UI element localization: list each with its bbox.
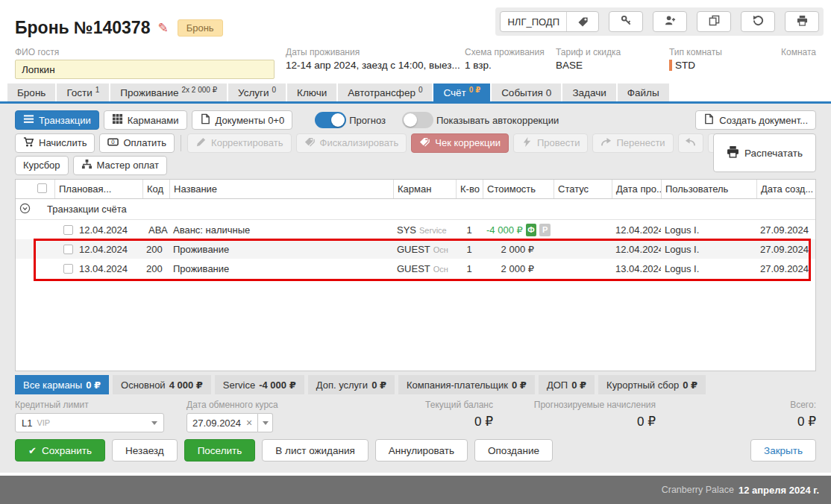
- tab-bron[interactable]: Бронь: [7, 84, 55, 101]
- tab-tasks[interactable]: Задачи: [562, 84, 615, 101]
- collapse-group-icon[interactable]: [19, 203, 31, 216]
- correct-button[interactable]: Корректировать: [187, 133, 291, 153]
- print-button[interactable]: [785, 11, 819, 32]
- col-cost[interactable]: Стоимость: [483, 180, 554, 198]
- col-code[interactable]: Код: [142, 180, 169, 198]
- pocket-resort-fee[interactable]: Курортный сбор0 ₽: [598, 375, 706, 394]
- view-transactions-button[interactable]: Транзакции: [15, 110, 99, 130]
- col-user[interactable]: Пользователь: [661, 180, 756, 198]
- col-status[interactable]: Статус: [554, 180, 612, 198]
- edit-icon[interactable]: ✎: [157, 20, 168, 35]
- cell-pocket-sub: Осн: [433, 265, 448, 274]
- stay-dates-value: 12-14 апр 2024, заезд с 14:00, выез...: [286, 60, 465, 71]
- key-icon: [621, 15, 632, 28]
- pocket-main[interactable]: Основной4 000 ₽: [113, 375, 211, 394]
- transfer-button[interactable]: Перенести: [592, 133, 673, 153]
- pocket-service[interactable]: Service-4 000 ₽: [215, 375, 304, 394]
- booking-info-row: ФИО гостя Даты проживания 12-14 апр 2024…: [0, 45, 831, 84]
- charge-button[interactable]: Начислить: [15, 133, 95, 153]
- account-summary: Кредитный лимит L1 VIP Дата обменного ку…: [15, 400, 816, 432]
- tab-account[interactable]: Счёт0 ₽: [433, 84, 490, 101]
- tab-keys[interactable]: Ключи: [287, 84, 336, 101]
- table-row[interactable]: 12.04.2024 200 Проживание GUESTОсн 1 2 0…: [16, 239, 815, 259]
- guest-field: ФИО гостя: [15, 45, 286, 84]
- credit-limit-select[interactable]: L1 VIP: [15, 413, 164, 432]
- col-op-date[interactable]: Дата про...: [612, 180, 661, 198]
- tab-transfer[interactable]: Автотрансфер0: [338, 84, 432, 101]
- exchange-date-field: Дата обменного курса 27.09.2024×: [186, 400, 278, 432]
- noshow-button[interactable]: Незаезд: [112, 439, 178, 462]
- nlg-tag-button[interactable]: НЛГ_ПОДП: [500, 11, 599, 32]
- tab-guests[interactable]: Гости1: [57, 84, 109, 101]
- room-type-value: STD: [675, 60, 695, 71]
- waitlist-button[interactable]: В лист ожидания: [262, 439, 368, 462]
- col-planned-date[interactable]: Плановая...: [54, 180, 142, 198]
- cell-code: 200: [146, 263, 163, 274]
- row-checkbox[interactable]: [63, 264, 73, 274]
- cell-pocket: GUEST: [397, 244, 430, 255]
- pocket-payer-company[interactable]: Компания-плательщик0 ₽: [398, 375, 535, 394]
- clear-date-icon[interactable]: ×: [246, 417, 252, 429]
- date-dropdown-button[interactable]: [258, 413, 273, 432]
- nlg-label[interactable]: НЛГ_ПОДП: [501, 12, 567, 31]
- tab-services[interactable]: Услуги0: [228, 84, 286, 101]
- payment-master-button[interactable]: Мастер оплат: [73, 156, 167, 175]
- group-row-account-transactions[interactable]: Транзакции счёта: [16, 199, 815, 220]
- close-button[interactable]: Закрыть: [750, 439, 816, 462]
- exchange-date-label: Дата обменного курса: [186, 400, 278, 410]
- select-all-checkbox[interactable]: [37, 183, 47, 193]
- cell-user: Logus I.: [661, 244, 756, 255]
- pocket-dop[interactable]: ДОП0 ₽: [539, 375, 595, 394]
- print-transactions-button[interactable]: Распечатать: [713, 133, 816, 172]
- cell-qty: 1: [456, 263, 483, 274]
- autocorrections-toggle[interactable]: [402, 112, 433, 128]
- kursbor-button[interactable]: Курсбор: [15, 156, 69, 175]
- forecast-toggle[interactable]: [315, 112, 346, 128]
- table-row[interactable]: 12.04.2024 АВА Аванс: наличные SYSServic…: [16, 220, 815, 239]
- row-checkbox[interactable]: [63, 245, 73, 254]
- row-checkbox[interactable]: [63, 225, 73, 235]
- tab-events[interactable]: События0: [492, 84, 561, 101]
- list-icon: [23, 113, 34, 127]
- fiscalize-button[interactable]: Фискализировать: [296, 133, 407, 153]
- save-button[interactable]: ✔Сохранить: [15, 439, 105, 462]
- add-guest-button[interactable]: [653, 11, 687, 32]
- col-pocket[interactable]: Карман: [393, 180, 456, 198]
- document-icon: [200, 113, 211, 127]
- col-created[interactable]: Дата созд...: [756, 180, 815, 198]
- guest-name-input[interactable]: [15, 60, 275, 79]
- copy-button[interactable]: [697, 11, 731, 32]
- annul-button[interactable]: Аннулировать: [375, 439, 468, 462]
- stay-dates-field: Даты проживания 12-14 апр 2024, заезд с …: [286, 45, 465, 84]
- chevron-down-icon: [263, 421, 269, 425]
- history-button[interactable]: [741, 11, 775, 32]
- pocket-all[interactable]: Все карманы0 ₽: [15, 375, 109, 394]
- col-qty[interactable]: К-во: [456, 180, 483, 198]
- pay-button[interactable]: 0 Оплатить: [99, 133, 175, 153]
- correction-check-button[interactable]: Чек коррекции: [411, 133, 509, 153]
- checkin-button[interactable]: Поселить: [184, 439, 256, 462]
- toolbar-separator: [181, 135, 181, 151]
- cell-qty: 1: [456, 244, 483, 255]
- view-documents-button[interactable]: Документы 0+0: [192, 110, 293, 130]
- pocket-extra-services[interactable]: Доп. услуги0 ₽: [308, 375, 395, 394]
- table-row[interactable]: 13.04.2024 200 Проживание GUESTОсн 1 2 0…: [16, 259, 815, 278]
- autocorrections-toggle-label: Показывать автокоррекции: [436, 115, 559, 126]
- stay-dates-label: Даты проживания: [286, 47, 465, 57]
- undo-button[interactable]: [678, 133, 703, 153]
- key-button[interactable]: [609, 11, 643, 32]
- tab-stay[interactable]: Проживание2x 2 000 ₽: [110, 84, 227, 101]
- exchange-date-picker[interactable]: 27.09.2024×: [186, 413, 278, 432]
- late-button[interactable]: Опоздание: [474, 439, 553, 462]
- post-button[interactable]: Провести: [513, 133, 589, 153]
- tab-files[interactable]: Файлы: [618, 84, 669, 101]
- cell-planned-date: 12.04.2024: [79, 244, 128, 255]
- posted-badge: Р: [539, 224, 551, 236]
- create-document-button[interactable]: Создать документ...: [695, 110, 816, 130]
- cell-qty: 1: [456, 224, 483, 236]
- tag-icon[interactable]: [567, 16, 598, 28]
- col-name[interactable]: Название: [169, 180, 393, 198]
- view-pockets-button[interactable]: Карманами: [104, 110, 187, 130]
- tariff-field: Тариф и скидка BASE: [556, 45, 669, 84]
- total-amount: Всего: 0 ₽: [656, 400, 816, 432]
